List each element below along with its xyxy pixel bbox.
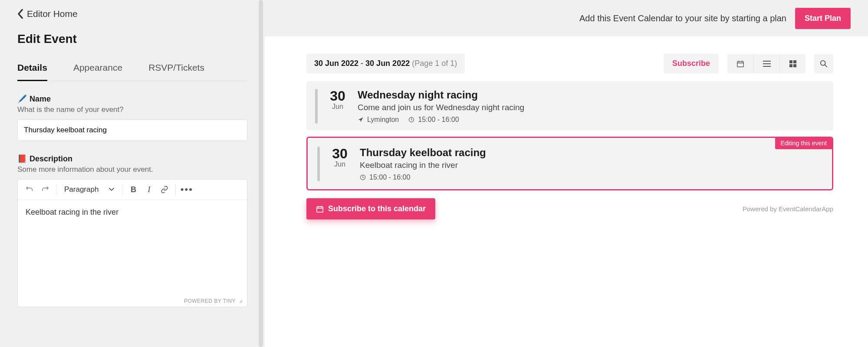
event-time: 15:00 - 16:00 [360,174,410,181]
subscribe-button[interactable]: Subscribe [664,54,719,73]
date-range: 30 Jun 2022 - 30 Jun 2022 (Page 1 of 1) [306,54,465,73]
promo-text: Add this Event Calendar to your site by … [579,13,786,23]
page-title: Edit Event [17,32,247,46]
editor-toolbar: Paragraph B I ••• [18,180,247,200]
link-button[interactable] [157,182,172,197]
svg-rect-2 [793,60,796,63]
main-area: Add this Event Calendar to your site by … [265,0,868,347]
range-start: 30 Jun 2022 [314,59,358,68]
editing-badge: Editing this event [775,138,832,149]
svg-point-5 [821,60,825,65]
tab-rsvp[interactable]: RSVP/Tickets [148,58,204,81]
svg-rect-1 [789,60,792,63]
event-description: Come and join us for Wednesday night rac… [358,103,825,112]
book-icon: 📕 [17,154,27,164]
event-description: Keelboat racing in the river [360,160,822,170]
start-plan-button[interactable]: Start Plan [795,8,851,29]
event-color-bar [315,89,318,124]
redo-button[interactable] [38,182,53,197]
range-end: 30 Jun 2022 [365,59,410,68]
event-time: 15:00 - 16:00 [408,116,459,124]
field-description: 📕 Description Some more information abou… [17,154,247,307]
location-icon [358,117,364,123]
chevron-down-icon [109,188,114,191]
calendar-icon [316,205,324,213]
calendar-preview: 30 Jun 2022 - 30 Jun 2022 (Page 1 of 1) … [265,36,868,347]
subscribe-calendar-button[interactable]: Subscribe to this calendar [306,198,435,219]
tab-details[interactable]: Details [17,58,47,81]
grid-view-button[interactable] [779,54,806,73]
search-button[interactable] [814,54,833,73]
clock-icon [408,117,414,123]
calendar-view-button[interactable] [727,54,753,73]
paragraph-label: Paragraph [64,185,99,194]
event-title: Thursday keelboat racing [360,147,822,159]
svg-rect-4 [793,64,796,67]
preview-controls: Subscribe [664,54,833,73]
list-view-button[interactable] [753,54,779,73]
event-title: Wednesday night racing [358,89,825,101]
pencil-icon: 🖊️ [17,94,27,104]
italic-button[interactable]: I [141,182,156,197]
tiny-credit: POWERED BY TINY [184,298,236,304]
name-input[interactable] [17,119,247,141]
chevron-left-icon [17,9,23,19]
event-card-editing[interactable]: Editing this event 30 Jun Thursday keelb… [306,137,833,190]
back-to-editor-home[interactable]: Editor Home [17,9,247,19]
paragraph-dropdown[interactable]: Paragraph [60,185,118,194]
rich-text-editor: Paragraph B I ••• Keelboat racing in the… [17,179,247,307]
field-name: 🖊️ Name What is the name of your event? [17,94,247,141]
undo-button[interactable] [22,182,37,197]
back-label: Editor Home [27,9,78,19]
view-switcher [727,54,806,73]
event-card[interactable]: 30 Jun Wednesday night racing Come and j… [306,81,833,131]
more-options-button[interactable]: ••• [179,182,194,197]
svg-rect-0 [737,61,743,67]
description-textarea[interactable]: Keelboat racing in the river [18,200,247,295]
top-bar: Add this Event Calendar to your site by … [265,0,868,36]
svg-rect-8 [317,206,323,212]
bold-button[interactable]: B [126,182,141,197]
svg-rect-3 [789,64,792,67]
event-color-bar [317,147,320,181]
name-label: Name [30,95,51,104]
event-location: Lymington [358,116,399,124]
editor-tabs: Details Appearance RSVP/Tickets [17,58,247,81]
tab-appearance[interactable]: Appearance [73,58,122,81]
powered-by: Powered by EventCalendarApp [743,205,833,213]
resize-handle-icon[interactable] [238,299,243,303]
event-date: 30 Jun [331,147,349,168]
description-label: Description [30,154,72,164]
clock-icon [360,174,366,180]
event-date: 30 Jun [329,89,346,111]
page-info: (Page 1 of 1) [412,59,457,68]
editor-sidebar: Editor Home Edit Event Details Appearanc… [0,0,265,347]
name-help: What is the name of your event? [17,105,247,114]
description-help: Some more information about your event. [17,165,247,174]
